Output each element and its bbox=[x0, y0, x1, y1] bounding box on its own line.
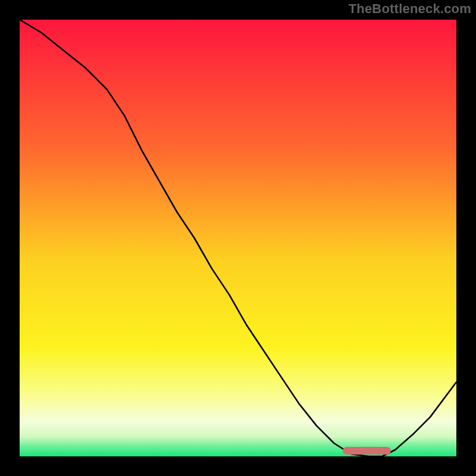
gradient-background bbox=[20, 20, 456, 456]
chart-plot-area bbox=[20, 20, 456, 456]
watermark-text: TheBottleneck.com bbox=[349, 1, 471, 17]
optimal-range-bar bbox=[343, 447, 391, 455]
chart-svg bbox=[20, 20, 456, 456]
